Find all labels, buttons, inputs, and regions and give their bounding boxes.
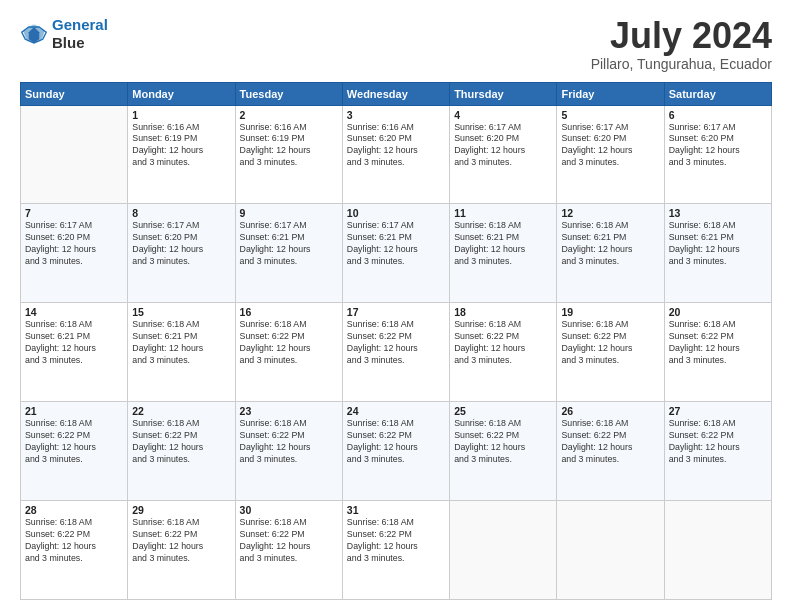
month-year-title: July 2024 (591, 16, 772, 56)
day-info: Sunrise: 6:18 AMSunset: 6:22 PMDaylight:… (25, 418, 123, 466)
calendar-week-4: 21Sunrise: 6:18 AMSunset: 6:22 PMDayligh… (21, 402, 772, 501)
table-row: 2Sunrise: 6:16 AMSunset: 6:19 PMDaylight… (235, 105, 342, 204)
day-number: 16 (240, 306, 338, 318)
table-row: 24Sunrise: 6:18 AMSunset: 6:22 PMDayligh… (342, 402, 449, 501)
day-number: 24 (347, 405, 445, 417)
day-info: Sunrise: 6:17 AMSunset: 6:20 PMDaylight:… (561, 122, 659, 170)
title-block: July 2024 Pillaro, Tungurahua, Ecuador (591, 16, 772, 72)
table-row (21, 105, 128, 204)
day-info: Sunrise: 6:16 AMSunset: 6:19 PMDaylight:… (132, 122, 230, 170)
table-row (557, 501, 664, 600)
table-row: 20Sunrise: 6:18 AMSunset: 6:22 PMDayligh… (664, 303, 771, 402)
day-info: Sunrise: 6:18 AMSunset: 6:22 PMDaylight:… (240, 319, 338, 367)
day-number: 12 (561, 207, 659, 219)
day-info: Sunrise: 6:18 AMSunset: 6:22 PMDaylight:… (347, 319, 445, 367)
day-info: Sunrise: 6:18 AMSunset: 6:22 PMDaylight:… (669, 418, 767, 466)
table-row: 6Sunrise: 6:17 AMSunset: 6:20 PMDaylight… (664, 105, 771, 204)
day-info: Sunrise: 6:16 AMSunset: 6:20 PMDaylight:… (347, 122, 445, 170)
calendar-week-1: 1Sunrise: 6:16 AMSunset: 6:19 PMDaylight… (21, 105, 772, 204)
table-row: 3Sunrise: 6:16 AMSunset: 6:20 PMDaylight… (342, 105, 449, 204)
day-number: 18 (454, 306, 552, 318)
table-row: 17Sunrise: 6:18 AMSunset: 6:22 PMDayligh… (342, 303, 449, 402)
day-info: Sunrise: 6:18 AMSunset: 6:22 PMDaylight:… (25, 517, 123, 565)
table-row: 21Sunrise: 6:18 AMSunset: 6:22 PMDayligh… (21, 402, 128, 501)
day-number: 25 (454, 405, 552, 417)
day-info: Sunrise: 6:17 AMSunset: 6:20 PMDaylight:… (25, 220, 123, 268)
day-info: Sunrise: 6:17 AMSunset: 6:21 PMDaylight:… (347, 220, 445, 268)
day-info: Sunrise: 6:18 AMSunset: 6:21 PMDaylight:… (132, 319, 230, 367)
table-row: 29Sunrise: 6:18 AMSunset: 6:22 PMDayligh… (128, 501, 235, 600)
table-row: 19Sunrise: 6:18 AMSunset: 6:22 PMDayligh… (557, 303, 664, 402)
day-info: Sunrise: 6:18 AMSunset: 6:22 PMDaylight:… (347, 418, 445, 466)
col-tuesday: Tuesday (235, 82, 342, 105)
table-row: 31Sunrise: 6:18 AMSunset: 6:22 PMDayligh… (342, 501, 449, 600)
col-monday: Monday (128, 82, 235, 105)
day-info: Sunrise: 6:18 AMSunset: 6:22 PMDaylight:… (132, 517, 230, 565)
table-row: 30Sunrise: 6:18 AMSunset: 6:22 PMDayligh… (235, 501, 342, 600)
day-info: Sunrise: 6:17 AMSunset: 6:20 PMDaylight:… (669, 122, 767, 170)
calendar-week-2: 7Sunrise: 6:17 AMSunset: 6:20 PMDaylight… (21, 204, 772, 303)
table-row: 22Sunrise: 6:18 AMSunset: 6:22 PMDayligh… (128, 402, 235, 501)
day-number: 8 (132, 207, 230, 219)
table-row: 26Sunrise: 6:18 AMSunset: 6:22 PMDayligh… (557, 402, 664, 501)
table-row: 14Sunrise: 6:18 AMSunset: 6:21 PMDayligh… (21, 303, 128, 402)
day-info: Sunrise: 6:18 AMSunset: 6:22 PMDaylight:… (561, 319, 659, 367)
day-number: 10 (347, 207, 445, 219)
day-number: 29 (132, 504, 230, 516)
day-number: 6 (669, 109, 767, 121)
table-row: 8Sunrise: 6:17 AMSunset: 6:20 PMDaylight… (128, 204, 235, 303)
day-info: Sunrise: 6:18 AMSunset: 6:21 PMDaylight:… (561, 220, 659, 268)
day-info: Sunrise: 6:18 AMSunset: 6:22 PMDaylight:… (240, 418, 338, 466)
table-row: 25Sunrise: 6:18 AMSunset: 6:22 PMDayligh… (450, 402, 557, 501)
col-friday: Friday (557, 82, 664, 105)
day-info: Sunrise: 6:18 AMSunset: 6:21 PMDaylight:… (669, 220, 767, 268)
day-number: 1 (132, 109, 230, 121)
logo-text: General Blue (52, 16, 108, 52)
table-row: 1Sunrise: 6:16 AMSunset: 6:19 PMDaylight… (128, 105, 235, 204)
calendar-week-3: 14Sunrise: 6:18 AMSunset: 6:21 PMDayligh… (21, 303, 772, 402)
day-number: 14 (25, 306, 123, 318)
calendar-header-row: Sunday Monday Tuesday Wednesday Thursday… (21, 82, 772, 105)
day-info: Sunrise: 6:18 AMSunset: 6:22 PMDaylight:… (240, 517, 338, 565)
table-row: 4Sunrise: 6:17 AMSunset: 6:20 PMDaylight… (450, 105, 557, 204)
day-number: 19 (561, 306, 659, 318)
day-number: 22 (132, 405, 230, 417)
day-number: 31 (347, 504, 445, 516)
day-info: Sunrise: 6:18 AMSunset: 6:22 PMDaylight:… (454, 418, 552, 466)
table-row (664, 501, 771, 600)
calendar-week-5: 28Sunrise: 6:18 AMSunset: 6:22 PMDayligh… (21, 501, 772, 600)
day-number: 2 (240, 109, 338, 121)
page: General Blue July 2024 Pillaro, Tungurah… (0, 0, 792, 612)
calendar-table: Sunday Monday Tuesday Wednesday Thursday… (20, 82, 772, 600)
day-info: Sunrise: 6:18 AMSunset: 6:22 PMDaylight:… (561, 418, 659, 466)
day-info: Sunrise: 6:16 AMSunset: 6:19 PMDaylight:… (240, 122, 338, 170)
day-number: 13 (669, 207, 767, 219)
day-info: Sunrise: 6:17 AMSunset: 6:20 PMDaylight:… (132, 220, 230, 268)
day-number: 7 (25, 207, 123, 219)
day-info: Sunrise: 6:18 AMSunset: 6:22 PMDaylight:… (132, 418, 230, 466)
table-row: 10Sunrise: 6:17 AMSunset: 6:21 PMDayligh… (342, 204, 449, 303)
logo-icon (20, 20, 48, 48)
table-row: 23Sunrise: 6:18 AMSunset: 6:22 PMDayligh… (235, 402, 342, 501)
day-number: 23 (240, 405, 338, 417)
day-number: 26 (561, 405, 659, 417)
table-row: 16Sunrise: 6:18 AMSunset: 6:22 PMDayligh… (235, 303, 342, 402)
table-row: 11Sunrise: 6:18 AMSunset: 6:21 PMDayligh… (450, 204, 557, 303)
day-info: Sunrise: 6:18 AMSunset: 6:22 PMDaylight:… (347, 517, 445, 565)
table-row: 12Sunrise: 6:18 AMSunset: 6:21 PMDayligh… (557, 204, 664, 303)
day-info: Sunrise: 6:17 AMSunset: 6:21 PMDaylight:… (240, 220, 338, 268)
table-row: 28Sunrise: 6:18 AMSunset: 6:22 PMDayligh… (21, 501, 128, 600)
table-row (450, 501, 557, 600)
table-row: 7Sunrise: 6:17 AMSunset: 6:20 PMDaylight… (21, 204, 128, 303)
table-row: 18Sunrise: 6:18 AMSunset: 6:22 PMDayligh… (450, 303, 557, 402)
day-number: 3 (347, 109, 445, 121)
location-subtitle: Pillaro, Tungurahua, Ecuador (591, 56, 772, 72)
day-info: Sunrise: 6:18 AMSunset: 6:22 PMDaylight:… (454, 319, 552, 367)
day-info: Sunrise: 6:18 AMSunset: 6:21 PMDaylight:… (454, 220, 552, 268)
day-number: 9 (240, 207, 338, 219)
header: General Blue July 2024 Pillaro, Tungurah… (20, 16, 772, 72)
day-info: Sunrise: 6:17 AMSunset: 6:20 PMDaylight:… (454, 122, 552, 170)
day-number: 28 (25, 504, 123, 516)
day-number: 11 (454, 207, 552, 219)
day-number: 15 (132, 306, 230, 318)
